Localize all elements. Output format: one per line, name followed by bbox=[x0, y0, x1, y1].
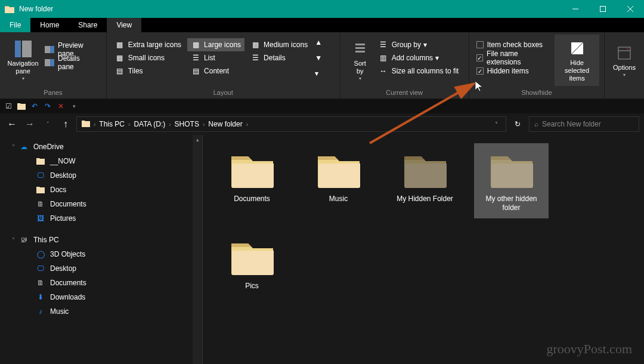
chevron-right-icon[interactable]: › bbox=[127, 121, 131, 128]
tree-now[interactable]: __NOW bbox=[0, 154, 202, 168]
hide-icon bbox=[568, 39, 587, 58]
delete-icon[interactable]: ✕ bbox=[56, 101, 66, 111]
recent-button[interactable]: ˅ bbox=[41, 117, 55, 131]
list-icon: ☰ bbox=[191, 53, 200, 63]
chevron-right-icon[interactable]: › bbox=[245, 121, 249, 128]
layout-content[interactable]: ▤Content bbox=[187, 64, 244, 78]
3d-icon: ◯ bbox=[36, 249, 45, 259]
chevron-down-icon: ▾ bbox=[359, 76, 361, 81]
desktop-icon: 🖵 bbox=[36, 171, 45, 180]
folder-label: My other hidden folder bbox=[476, 195, 546, 212]
layout-list[interactable]: ☰List bbox=[187, 51, 244, 64]
search-input[interactable]: ⌕ Search New folder bbox=[529, 116, 639, 132]
options-button[interactable]: Options ▾ bbox=[609, 35, 639, 86]
pc-icon: 🖳 bbox=[19, 235, 29, 245]
chevron-right-icon[interactable]: › bbox=[202, 121, 206, 128]
group-icon: ☰ bbox=[379, 40, 388, 50]
group-by-button[interactable]: ☰Group by▾ bbox=[375, 38, 463, 51]
close-button[interactable] bbox=[617, 0, 644, 18]
scrollbar[interactable]: ▴ bbox=[193, 135, 202, 364]
scroll-up-icon[interactable]: ▴ bbox=[193, 135, 202, 144]
layout-medium[interactable]: ▦Medium icons bbox=[247, 38, 311, 51]
layout-details[interactable]: ☰Details bbox=[247, 51, 311, 64]
maximize-button[interactable] bbox=[589, 0, 617, 18]
folder-icon bbox=[228, 149, 276, 191]
sort-by-button[interactable]: Sort by ▾ bbox=[345, 35, 375, 86]
properties-icon[interactable]: ☑ bbox=[4, 101, 13, 111]
tree-thispc[interactable]: ˅🖳This PC bbox=[0, 233, 202, 247]
tree-desktop[interactable]: 🖵Desktop bbox=[0, 168, 202, 183]
tree-desktop2[interactable]: 🖵Desktop bbox=[0, 261, 202, 276]
svg-rect-12 bbox=[355, 51, 365, 53]
layout-large[interactable]: ▦Large icons bbox=[187, 38, 244, 51]
hidden-items-toggle[interactable]: Hidden items bbox=[474, 64, 552, 78]
pictures-icon: 🖼 bbox=[36, 214, 45, 223]
scroll-more-icon[interactable]: ▾ bbox=[315, 69, 322, 78]
breadcrumb[interactable]: New folder bbox=[206, 117, 244, 131]
tree-3d[interactable]: ◯3D Objects bbox=[0, 247, 202, 261]
back-button[interactable]: ← bbox=[5, 117, 19, 131]
navigation-pane-icon bbox=[14, 39, 33, 58]
folder-item[interactable]: My Hidden Folder bbox=[388, 143, 462, 218]
tree-onedrive[interactable]: ˅☁OneDrive bbox=[0, 140, 202, 154]
folder-icon bbox=[36, 156, 45, 166]
details-pane-button[interactable]: Details pane bbox=[41, 56, 101, 69]
chevron-down-icon: ▾ bbox=[435, 54, 439, 62]
hide-selected-button[interactable]: Hide selected items bbox=[555, 35, 599, 86]
tab-view[interactable]: View bbox=[107, 18, 141, 32]
layout-tiles[interactable]: ▤Tiles bbox=[112, 64, 185, 78]
chevron-down-icon[interactable]: ▾ bbox=[69, 101, 79, 111]
expand-icon[interactable]: ˅ bbox=[10, 237, 17, 243]
chevron-right-icon[interactable]: › bbox=[92, 121, 97, 128]
history-button[interactable]: ˅ bbox=[489, 117, 503, 131]
navigation-pane-button[interactable]: Navigation pane ▾ bbox=[5, 35, 41, 86]
refresh-button[interactable]: ↻ bbox=[510, 116, 525, 132]
forward-button[interactable]: → bbox=[23, 117, 37, 131]
folder-label: Music bbox=[329, 195, 348, 203]
folder-icon bbox=[315, 149, 363, 191]
folder-icon bbox=[5, 5, 14, 13]
window-title: New folder bbox=[19, 5, 562, 13]
checkbox-icon bbox=[476, 41, 484, 48]
breadcrumb[interactable]: SHOTS bbox=[172, 117, 202, 131]
layout-small[interactable]: ▦Small icons bbox=[112, 51, 185, 64]
folder-view[interactable]: DocumentsMusicMy Hidden FolderMy other h… bbox=[203, 135, 644, 364]
tree-docs[interactable]: Docs bbox=[0, 183, 202, 197]
tree-documents2[interactable]: 🗎Documents bbox=[0, 276, 202, 290]
tree-music[interactable]: ♪Music bbox=[0, 304, 202, 319]
up-button[interactable]: ↑ bbox=[58, 117, 73, 131]
file-extensions-toggle[interactable]: File name extensions bbox=[474, 51, 552, 64]
tab-home[interactable]: Home bbox=[30, 18, 69, 32]
undo-icon[interactable]: ↶ bbox=[30, 101, 39, 111]
sort-icon bbox=[351, 39, 370, 58]
checkbox-checked-icon bbox=[476, 54, 483, 61]
ribbon: Navigation pane ▾ Preview pane Details p… bbox=[0, 32, 644, 99]
tree-downloads[interactable]: ⬇Downloads bbox=[0, 290, 202, 304]
scroll-up-icon[interactable]: ▲ bbox=[315, 38, 322, 47]
folder-item[interactable]: Music bbox=[301, 143, 376, 218]
tab-share[interactable]: Share bbox=[69, 18, 107, 32]
add-columns-button[interactable]: ▥Add columns▾ bbox=[375, 51, 463, 64]
breadcrumb[interactable]: DATA (D:) bbox=[131, 117, 168, 131]
layout-extra-large[interactable]: ▦Extra large icons bbox=[112, 38, 185, 51]
minimize-button[interactable] bbox=[562, 0, 589, 18]
redo-icon[interactable]: ↷ bbox=[43, 101, 52, 111]
folder-item[interactable]: My other hidden folder bbox=[474, 143, 549, 218]
address-bar[interactable]: › This PC › DATA (D:) › SHOTS › New fold… bbox=[76, 116, 506, 132]
svg-point-16 bbox=[627, 48, 628, 50]
chevron-right-icon[interactable]: › bbox=[168, 121, 172, 128]
folder-icon bbox=[36, 185, 45, 195]
tabbar: File Home Share View bbox=[0, 18, 644, 32]
expand-icon[interactable]: ˅ bbox=[10, 144, 17, 150]
tree-pictures[interactable]: 🖼Pictures bbox=[0, 211, 202, 226]
folder-item[interactable]: Documents bbox=[215, 143, 289, 218]
breadcrumb[interactable]: This PC bbox=[97, 117, 127, 131]
grid-icon: ▦ bbox=[115, 40, 125, 50]
tab-file[interactable]: File bbox=[0, 18, 30, 32]
folder-item[interactable]: Pics bbox=[215, 230, 289, 297]
folder-icon[interactable] bbox=[17, 101, 26, 111]
scroll-down-icon[interactable]: ▼ bbox=[315, 54, 322, 62]
preview-pane-icon bbox=[45, 45, 54, 54]
tree-documents[interactable]: 🗎Documents bbox=[0, 197, 202, 211]
size-columns-button[interactable]: ↔Size all columns to fit bbox=[375, 64, 463, 78]
